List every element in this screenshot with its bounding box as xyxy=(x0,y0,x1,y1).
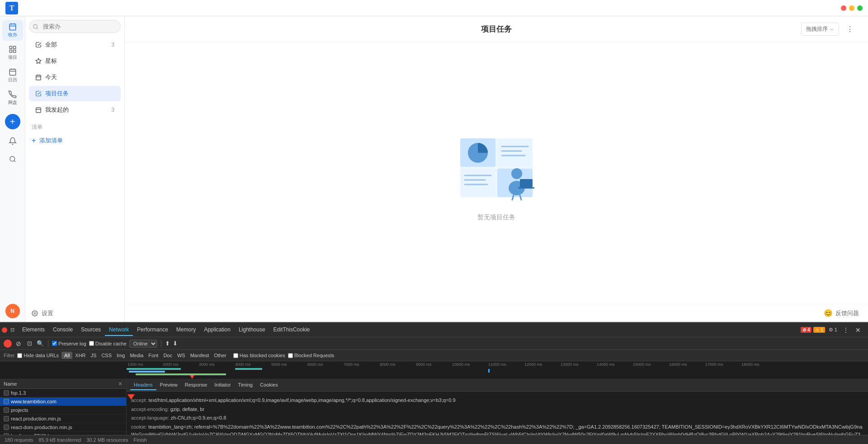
record-btn[interactable] xyxy=(4,340,12,348)
list-item[interactable]: fsp.1.3 xyxy=(0,389,126,397)
search-input[interactable] xyxy=(29,20,121,33)
nav-item-project-tasks[interactable]: 项目任务 xyxy=(29,86,121,101)
sidebar-label-drive: 网盘 xyxy=(8,99,17,106)
requests-header: Name ✕ xyxy=(0,379,126,389)
header-accept-encoding: accept-encoding: gzip, deflate, br xyxy=(131,405,863,414)
list-item[interactable]: www.teambition.com xyxy=(0,397,126,406)
svg-rect-17 xyxy=(36,108,41,113)
filter-manifest[interactable]: Manifest xyxy=(188,352,212,359)
throttle-select[interactable]: Online xyxy=(129,340,157,348)
sidebar-icon-calendar[interactable]: 日历 xyxy=(2,65,23,86)
network-controls: ⊘ ⊡ 🔍 Preserve log Disable cache Online … xyxy=(0,337,868,350)
more-options-button[interactable]: ⋮ xyxy=(843,23,857,36)
tab-sources[interactable]: Sources xyxy=(77,324,105,336)
nav-settings[interactable]: 设置 xyxy=(25,306,124,321)
sidebar-add-button[interactable]: + xyxy=(5,114,20,129)
svg-marker-12 xyxy=(36,58,41,63)
filter-icon-btn[interactable]: ⊡ xyxy=(25,340,33,348)
tab-elements[interactable]: Elements xyxy=(18,324,49,336)
tab-application[interactable]: Application xyxy=(200,324,235,336)
content-area: 项目任务 拖拽排序 ⋮ xyxy=(125,16,868,322)
svg-point-19 xyxy=(34,312,36,314)
nav-item-starred[interactable]: 星标 xyxy=(29,53,121,69)
filter-media[interactable]: Media xyxy=(127,352,146,359)
devtools-close-btn[interactable]: ✕ xyxy=(853,326,863,335)
detail-tab-timing[interactable]: Timing xyxy=(234,380,256,390)
devtools-more-btn[interactable]: ⋮ xyxy=(841,326,851,335)
sidebar-search[interactable] xyxy=(5,151,21,167)
detail-tab-cookies[interactable]: Cookies xyxy=(256,380,282,390)
filter-all[interactable]: All xyxy=(61,352,72,359)
filter-js[interactable]: JS xyxy=(89,352,99,359)
tab-performance[interactable]: Performance xyxy=(133,324,172,336)
import-btn[interactable]: ⬆ xyxy=(165,340,170,347)
sidebar-icon-inbox[interactable]: 收办 xyxy=(2,20,23,41)
list-item[interactable]: react.production.min.js xyxy=(0,415,126,423)
preserve-log-checkbox[interactable]: Preserve log xyxy=(52,341,86,346)
nav-item-all[interactable]: 全部 3 xyxy=(29,37,121,52)
devtools-dock-buttons: ⊡ xyxy=(2,326,16,334)
svg-point-10 xyxy=(33,24,38,28)
svg-rect-0 xyxy=(9,24,16,30)
close-panel-btn[interactable]: ✕ xyxy=(118,381,123,387)
hide-data-urls-checkbox[interactable]: Hide data URLs xyxy=(17,353,59,358)
finish-status: Finish xyxy=(134,437,147,443)
filter-other[interactable]: Other xyxy=(212,352,229,359)
nav-item-today[interactable]: 今天 xyxy=(29,70,121,85)
export-btn[interactable]: ⬇ xyxy=(173,340,178,347)
detail-content[interactable]: accept: text/html,application/xhtml+xml,… xyxy=(127,392,868,435)
list-item[interactable]: react-dom.production.min.js xyxy=(0,423,126,432)
svg-line-11 xyxy=(37,28,38,28)
requests-area: Name ✕ fsp.1.3 www.teambition.com projec… xyxy=(0,379,868,435)
svg-rect-23 xyxy=(460,169,495,197)
empty-illustration xyxy=(447,125,546,206)
sidebar-label-inbox: 收办 xyxy=(8,32,17,38)
svg-rect-6 xyxy=(9,69,16,76)
content-title: 项目任务 xyxy=(376,24,617,34)
sort-button[interactable]: 拖拽排序 xyxy=(801,23,839,36)
devtools-panel: ⊡ Elements Console Sources Network Perfo… xyxy=(0,322,868,444)
nav-section-list: 清单 xyxy=(25,118,124,133)
tab-console[interactable]: Console xyxy=(49,324,77,336)
filter-font[interactable]: Font xyxy=(146,352,160,359)
avatar[interactable]: N xyxy=(5,304,20,318)
svg-rect-3 xyxy=(13,46,15,48)
header-cookie: cookie: teambition_lang=zh; referral=%7B… xyxy=(131,423,863,435)
sidebar-label-calendar: 日历 xyxy=(8,77,17,83)
svg-rect-13 xyxy=(36,75,41,80)
tab-memory[interactable]: Memory xyxy=(172,324,200,336)
requests-list: Name ✕ fsp.1.3 www.teambition.com projec… xyxy=(0,379,127,435)
filter-img[interactable]: Img xyxy=(114,352,127,359)
disable-cache-checkbox[interactable]: Disable cache xyxy=(89,341,127,346)
filter-bar: Filter Hide data URLs All XHR JS CSS Img… xyxy=(0,350,868,361)
list-item[interactable]: projects xyxy=(0,406,126,415)
detail-tab-initiator[interactable]: Initiator xyxy=(211,380,234,390)
filter-ws[interactable]: WS xyxy=(175,352,188,359)
sidebar-icon-drive[interactable]: 网盘 xyxy=(2,88,23,109)
tab-lighthouse[interactable]: Lighthouse xyxy=(235,324,269,336)
list-item[interactable]: loading.ac77f48d.css xyxy=(0,432,126,435)
tab-editthiscookie[interactable]: EditThisCookie xyxy=(269,324,314,336)
sidebar: 收办 项目 日历 网盘 + N xyxy=(0,16,25,322)
filter-css[interactable]: CSS xyxy=(99,352,114,359)
clear-btn[interactable]: ⊘ xyxy=(14,340,23,348)
feedback-button[interactable]: 😊 反馈问题 xyxy=(125,304,868,322)
filter-doc[interactable]: Doc xyxy=(161,352,175,359)
blocked-requests-checkbox[interactable]: Blocked Requests xyxy=(288,353,335,358)
detail-tab-response[interactable]: Response xyxy=(181,380,211,390)
nav-item-my-created[interactable]: 我发起的 3 xyxy=(29,102,121,118)
sidebar-notification[interactable] xyxy=(5,133,21,149)
nav-add-list[interactable]: + 添加清单 xyxy=(25,133,124,148)
search-icon-btn[interactable]: 🔍 xyxy=(36,340,44,348)
requests-scroll[interactable]: fsp.1.3 www.teambition.com projects reac… xyxy=(0,389,126,435)
has-blocked-cookies-checkbox[interactable]: Has blocked cookies xyxy=(233,353,285,358)
tab-network[interactable]: Network xyxy=(105,324,133,336)
detail-tab-preview[interactable]: Preview xyxy=(156,380,181,390)
detail-tab-headers[interactable]: Headers xyxy=(130,380,156,390)
filter-xhr[interactable]: XHR xyxy=(73,352,88,359)
sidebar-icon-project[interactable]: 项目 xyxy=(2,43,23,63)
devtools-undock-btn[interactable]: ⊡ xyxy=(8,326,16,334)
svg-rect-4 xyxy=(9,50,12,52)
svg-point-8 xyxy=(10,156,15,161)
content-header: 项目任务 拖拽排序 ⋮ xyxy=(125,16,868,43)
